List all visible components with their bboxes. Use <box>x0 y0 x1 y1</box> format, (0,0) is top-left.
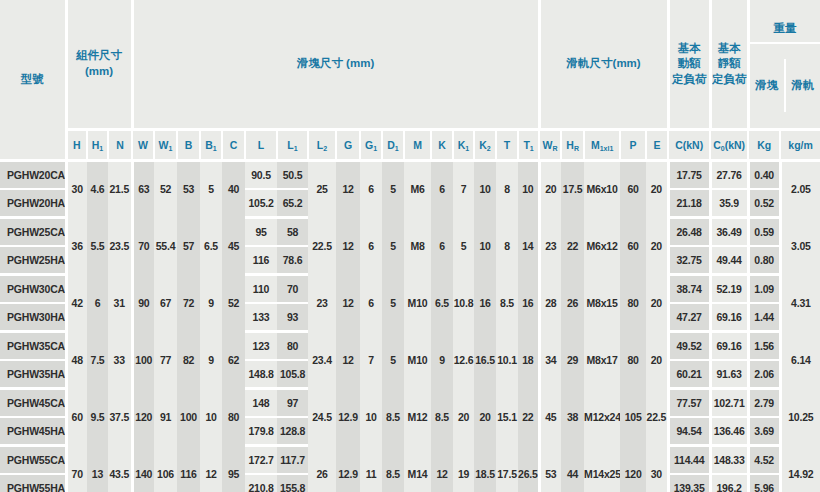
column-header-N: N <box>108 129 132 160</box>
spec-cell-N: 33 <box>108 331 132 388</box>
spec-cell-T1: 18 <box>518 331 539 388</box>
spec-cell-kgm: 4.31 <box>780 274 820 331</box>
spec-cell-D1: 5 <box>382 331 404 388</box>
spec-cell-CkN: 32.75 <box>668 246 710 275</box>
spec-cell-P: 105 <box>620 388 646 445</box>
spec-cell-G1: 11 <box>360 445 382 492</box>
spec-table: 型號 組件尺寸 (mm) 滑塊尺寸 (mm) 滑軌尺寸(mm) 基本 動額 定負… <box>0 0 820 492</box>
spec-cell-H: 48 <box>66 331 87 388</box>
spec-cell-N: 21.5 <box>108 160 132 217</box>
spec-cell-W1: 52 <box>154 160 177 217</box>
spec-cell-D1: 8.5 <box>382 445 404 492</box>
spec-cell-L: 116 <box>245 246 277 275</box>
column-header-K1: K1 <box>453 129 474 160</box>
spec-cell-C0kN: 69.16 <box>710 303 748 332</box>
spec-cell-L1: 80 <box>277 331 308 360</box>
weight-rail-label: 滑軌 <box>786 59 820 112</box>
spec-cell-T: 10.1 <box>496 331 518 388</box>
spec-cell-K2: 18.5 <box>474 445 496 492</box>
spec-cell-G: 12 <box>336 217 360 274</box>
column-header-W: W <box>132 129 154 160</box>
spec-cell-K1: 19 <box>453 445 474 492</box>
spec-cell-L1: 155.8 <box>277 474 308 492</box>
spec-cell-CkN: 60.21 <box>668 360 710 389</box>
spec-cell-C: 40 <box>222 160 245 217</box>
spec-cell-CkN: 47.27 <box>668 303 710 332</box>
spec-cell-K2: 10 <box>474 217 496 274</box>
spec-cell-L1: 93 <box>277 303 308 332</box>
column-header-G: G <box>336 129 360 160</box>
spec-cell-T1: 22 <box>518 388 539 445</box>
spec-cell-L1: 78.6 <box>277 246 308 275</box>
column-header-B: B <box>177 129 200 160</box>
spec-cell-M1: M6x12 <box>584 217 620 274</box>
spec-cell-K: 6.5 <box>431 274 453 331</box>
spec-cell-L1: 97 <box>277 388 308 417</box>
spec-cell-L: 105.2 <box>245 189 277 218</box>
spec-cell-N: 23.5 <box>108 217 132 274</box>
spec-cell-W: 100 <box>132 331 154 388</box>
spec-cell-HR: 17.5 <box>561 160 584 217</box>
spec-cell-Kg: 5.96 <box>748 474 780 492</box>
spec-cell-B1: 9 <box>200 274 222 331</box>
spec-cell-CkN: 26.48 <box>668 217 710 246</box>
spec-cell-kgm: 14.92 <box>780 445 820 492</box>
spec-cell-L: 210.8 <box>245 474 277 492</box>
spec-sheet: 型號 組件尺寸 (mm) 滑塊尺寸 (mm) 滑軌尺寸(mm) 基本 動額 定負… <box>0 0 820 492</box>
spec-cell-W: 120 <box>132 388 154 445</box>
spec-cell-P: 80 <box>620 331 646 388</box>
spec-cell-M: M12 <box>404 388 431 445</box>
spec-cell-B: 82 <box>177 331 200 388</box>
model-cell: PGHW35CA <box>0 331 66 360</box>
spec-cell-N: 43.5 <box>108 445 132 492</box>
spec-cell-B: 57 <box>177 217 200 274</box>
spec-cell-M: M10 <box>404 331 431 388</box>
spec-cell-N: 31 <box>108 274 132 331</box>
column-header-G1: G1 <box>360 129 382 160</box>
spec-cell-B: 116 <box>177 445 200 492</box>
spec-cell-E: 22.5 <box>646 388 668 445</box>
spec-cell-H: 42 <box>66 274 87 331</box>
spec-cell-G1: 10 <box>360 388 382 445</box>
spec-cell-M: M10 <box>404 274 431 331</box>
model-cell: PGHW55HA <box>0 474 66 492</box>
spec-cell-H1: 7.5 <box>87 331 108 388</box>
spec-cell-C0kN: 91.63 <box>710 360 748 389</box>
spec-cell-CkN: 49.52 <box>668 331 710 360</box>
spec-cell-H: 36 <box>66 217 87 274</box>
spec-cell-kgm: 3.05 <box>780 217 820 274</box>
spec-cell-CkN: 21.18 <box>668 189 710 218</box>
spec-cell-L: 148.8 <box>245 360 277 389</box>
column-header-B1: B1 <box>200 129 222 160</box>
spec-cell-L1: 70 <box>277 274 308 303</box>
spec-cell-L2: 24.5 <box>308 388 336 445</box>
spec-cell-P: 120 <box>620 445 646 492</box>
spec-cell-C: 95 <box>222 445 245 492</box>
column-header-L1: L1 <box>277 129 308 160</box>
section-header-block-dimensions: 滑塊尺寸 (mm) <box>132 0 539 129</box>
model-cell: PGHW30HA <box>0 303 66 332</box>
spec-cell-H1: 4.6 <box>87 160 108 217</box>
spec-cell-K: 12 <box>431 445 453 492</box>
spec-cell-H1: 9.5 <box>87 388 108 445</box>
spec-cell-T1: 16 <box>518 274 539 331</box>
column-header-HR: HR <box>561 129 584 160</box>
model-cell: PGHW35HA <box>0 360 66 389</box>
spec-cell-HR: 22 <box>561 217 584 274</box>
spec-cell-W1: 91 <box>154 388 177 445</box>
spec-cell-L1: 105.8 <box>277 360 308 389</box>
spec-cell-C: 62 <box>222 331 245 388</box>
spec-cell-CkN: 94.54 <box>668 417 710 446</box>
column-header-T1: T1 <box>518 129 539 160</box>
spec-cell-C: 80 <box>222 388 245 445</box>
spec-cell-K1: 20 <box>453 388 474 445</box>
column-header-C: C <box>222 129 245 160</box>
spec-cell-C0kN: 148.33 <box>710 445 748 474</box>
spec-cell-WR: 45 <box>539 388 561 445</box>
spec-cell-K2: 16 <box>474 274 496 331</box>
spec-cell-WR: 28 <box>539 274 561 331</box>
spec-cell-W1: 67 <box>154 274 177 331</box>
spec-cell-W: 140 <box>132 445 154 492</box>
spec-cell-H1: 6 <box>87 274 108 331</box>
spec-cell-W: 90 <box>132 274 154 331</box>
